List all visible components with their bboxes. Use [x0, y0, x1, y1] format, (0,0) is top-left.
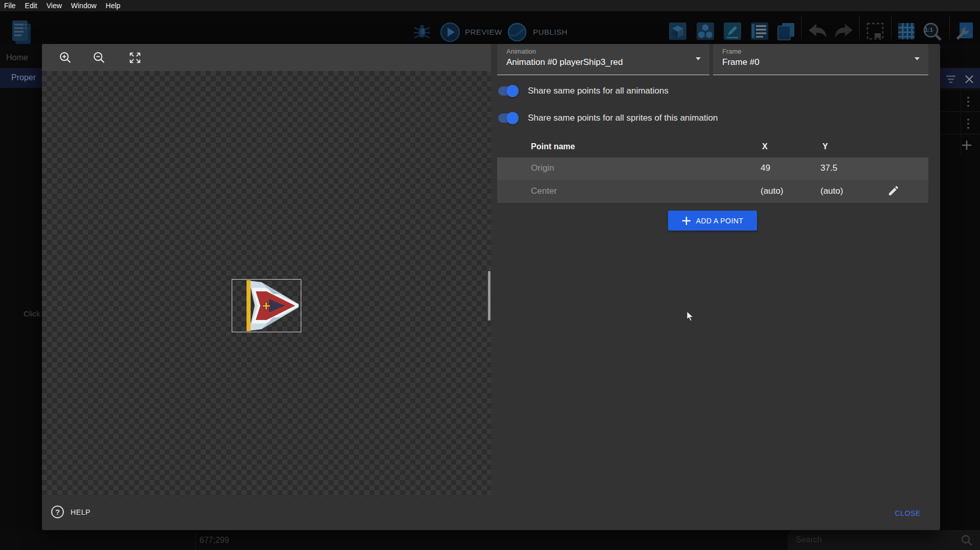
- preview-button[interactable]: PREVIEW: [465, 28, 502, 36]
- status-divider: [195, 530, 196, 550]
- objects-icon[interactable]: [668, 21, 687, 43]
- search-input[interactable]: [795, 532, 948, 547]
- animation-select[interactable]: Animation Animation #0 playerShip3_red: [497, 44, 709, 75]
- animation-select-label: Animation: [506, 48, 536, 55]
- instances-list-icon[interactable]: [750, 21, 769, 43]
- close-x-icon[interactable]: [964, 74, 974, 86]
- menu-item-edit[interactable]: Edit: [25, 2, 37, 10]
- edit-points-dialog: Animation Animation #0 playerShip3_red F…: [42, 44, 940, 530]
- tab-home[interactable]: Home: [0, 49, 42, 67]
- toolbar-separator: [949, 15, 950, 39]
- dropdown-arrow-icon: [914, 55, 921, 64]
- filter-icon[interactable]: [945, 75, 956, 86]
- toggle-row-all-sprites: Share same points for all sprites of thi…: [497, 111, 718, 125]
- grid-icon[interactable]: [897, 21, 916, 43]
- share-points-all-sprites-toggle[interactable]: [497, 112, 519, 124]
- menu-bar: File Edit View Window Help: [0, 0, 980, 11]
- publish-button[interactable]: PUBLISH: [533, 28, 568, 36]
- point-y-cell[interactable]: 37.5: [820, 163, 837, 173]
- preview-play-icon[interactable]: [440, 22, 460, 44]
- frame-select-label: Frame: [722, 48, 742, 55]
- toolbar-separator: [859, 15, 860, 39]
- publish-globe-icon[interactable]: [507, 22, 527, 44]
- animation-select-value: Animation #0 playerShip3_red: [506, 57, 623, 67]
- help-button[interactable]: ? HELP: [51, 506, 91, 518]
- toggle-label: Share same points for all sprites of thi…: [528, 113, 718, 123]
- toggle-row-all-animations: Share same points for all animations: [497, 84, 669, 98]
- edit-scene-icon[interactable]: [723, 21, 742, 43]
- cursor-coordinates: 677;299: [199, 530, 229, 550]
- panel-divider: [940, 89, 980, 90]
- debug-icon[interactable]: [412, 24, 432, 43]
- frame-select[interactable]: Frame Frame #0: [713, 44, 928, 75]
- panel-divider: [940, 134, 980, 134]
- layers-icon[interactable]: [776, 21, 796, 43]
- help-label: HELP: [71, 508, 91, 516]
- zoom-ratio-label: 1:1: [925, 27, 933, 33]
- add-point-label: ADD A POINT: [696, 217, 743, 225]
- toolbar-separator: [891, 15, 892, 39]
- zoom-in-icon[interactable]: [57, 50, 74, 66]
- help-icon: ?: [51, 506, 64, 518]
- edit-pencil-icon[interactable]: [887, 185, 900, 199]
- selection-mask-icon[interactable]: [865, 21, 885, 43]
- dropdown-arrow-icon: [695, 55, 702, 64]
- app-window: File Edit View Window Help: [0, 0, 980, 550]
- scene-hint-text: Click: [24, 309, 42, 319]
- point-name-cell: Origin: [531, 163, 554, 173]
- undo-icon[interactable]: [807, 22, 829, 43]
- menu-item-file[interactable]: File: [4, 2, 16, 10]
- menu-item-view[interactable]: View: [47, 2, 62, 10]
- kebab-menu-icon[interactable]: [967, 97, 969, 107]
- kebab-menu-icon[interactable]: [967, 119, 969, 129]
- plus-icon: [682, 216, 691, 225]
- add-row-plus-icon[interactable]: [961, 140, 972, 153]
- canvas-scrollbar[interactable]: [488, 271, 491, 320]
- search-panel: [788, 530, 980, 550]
- canvas-toolbar: [42, 44, 491, 71]
- object-groups-icon[interactable]: [696, 21, 715, 43]
- origin-cross-marker[interactable]: [262, 302, 271, 312]
- redo-icon[interactable]: [833, 22, 854, 43]
- table-row-origin[interactable]: Origin 49 37.5: [497, 157, 928, 180]
- header-point-name: Point name: [531, 142, 575, 151]
- points-table-header: Point name X Y: [497, 137, 928, 157]
- app-toolbar: PREVIEW PUBLISH: [0, 11, 980, 44]
- debugger-wrench-icon[interactable]: [954, 21, 974, 43]
- sprite-bounding-box: [232, 279, 301, 332]
- point-x-cell[interactable]: 49: [761, 163, 770, 173]
- search-magnifier-icon[interactable]: [961, 534, 973, 548]
- point-x-cell[interactable]: (auto): [761, 186, 783, 196]
- fit-view-icon[interactable]: [127, 50, 143, 66]
- close-button[interactable]: CLOSE: [892, 506, 924, 520]
- project-manager-icon[interactable]: [10, 19, 33, 48]
- properties-panel-edge: [940, 49, 980, 530]
- header-y: Y: [822, 142, 828, 151]
- table-row-center[interactable]: Center (auto) (auto): [497, 180, 928, 203]
- panel-divider: [940, 111, 980, 112]
- menu-item-window[interactable]: Window: [71, 2, 97, 10]
- points-canvas[interactable]: [42, 71, 491, 496]
- zoom-out-icon[interactable]: [91, 50, 107, 66]
- toolbar-separator: [801, 15, 801, 39]
- point-y-cell[interactable]: (auto): [820, 186, 843, 196]
- menu-item-help[interactable]: Help: [106, 2, 121, 10]
- frame-select-value: Frame #0: [722, 57, 760, 67]
- add-point-button[interactable]: ADD A POINT: [668, 211, 757, 231]
- share-points-all-animations-toggle[interactable]: [497, 85, 519, 97]
- tab-properties[interactable]: Proper: [0, 68, 42, 88]
- header-x: X: [762, 142, 768, 151]
- toggle-label: Share same points for all animations: [528, 86, 669, 96]
- point-name-cell: Center: [531, 186, 557, 196]
